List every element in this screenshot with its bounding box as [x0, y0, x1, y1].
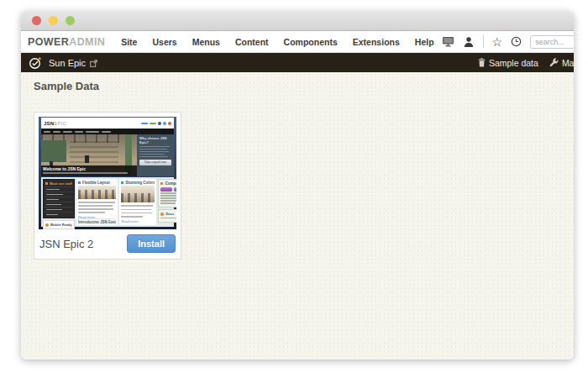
monitor-icon[interactable]	[442, 36, 454, 47]
desktop: POWERADMIN Site Users Menus Content Comp…	[0, 0, 588, 378]
thumb-tour-button: Take a quick tour	[139, 160, 171, 165]
thumb-hero: Welcome to JSN Epic Why choose JSN Epic?…	[41, 134, 174, 176]
thumb-menu-box: Must see stuff	[43, 179, 75, 218]
site-toolbar: Sun Epic Sample data Maintenance	[21, 53, 574, 72]
thumb-flexible-column: Flexible Layout Read more... Introducing…	[76, 179, 118, 225]
page-title: Sample Data	[34, 80, 561, 92]
thumb-colors-title: Stunning Colors	[125, 181, 155, 185]
compat-badge-purple	[160, 187, 172, 192]
thumb-menu-title: Must see stuff	[50, 181, 72, 186]
maintenance-button[interactable]: Maintenance	[549, 58, 574, 68]
thumb-left-column: Must see stuff Mob	[43, 179, 75, 225]
compat-badge-blue	[174, 187, 176, 192]
thumb-logo: JSNEPIC	[44, 121, 66, 126]
search-input[interactable]	[530, 35, 574, 49]
menu-site[interactable]: Site	[113, 37, 144, 47]
thumb-side-panel: Why choose JSN Epic? Take a quick tour	[137, 134, 174, 176]
thumb-docs-panel: Docs	[158, 209, 176, 223]
thumb-logo-bold: JSN	[44, 121, 54, 126]
app-window: POWERADMIN Site Users Menus Content Comp…	[21, 11, 574, 360]
content-area: Sample Data JSNEPIC	[21, 72, 574, 360]
sample-data-button[interactable]: Sample data	[478, 58, 538, 68]
close-window-button[interactable]	[32, 16, 41, 25]
user-icon[interactable]	[463, 36, 475, 48]
external-link-icon[interactable]	[90, 55, 97, 71]
trash-icon	[478, 58, 486, 67]
admin-menubar: POWERADMIN Site Users Menus Content Comp…	[21, 31, 574, 53]
facebook-icon	[158, 122, 161, 125]
thumb-header: JSNEPIC	[41, 118, 174, 129]
star-icon[interactable]: ☆	[492, 36, 503, 48]
menu-components[interactable]: Components	[276, 37, 345, 47]
site-name[interactable]: Sun Epic	[49, 58, 86, 68]
thumb-compat-panel: Compatibility	[158, 179, 176, 207]
thumb-hero-title: Welcome to JSN Epic	[43, 166, 135, 171]
twitter-icon	[163, 122, 166, 125]
thumb-mobile-label: Mobile Ready	[50, 223, 72, 227]
sample-data-card: JSNEPIC	[34, 112, 181, 260]
template-thumbnail: JSNEPIC	[39, 117, 176, 229]
card-footer: JSN Epic 2 Install	[39, 229, 176, 255]
window-titlebar	[21, 11, 574, 31]
thumb-people-photo	[78, 186, 117, 199]
thumb-intro-title: Introducing JSN Epic	[78, 218, 117, 223]
menu-content[interactable]: Content	[228, 37, 276, 47]
maintenance-label: Maintenance	[562, 58, 574, 68]
menu-extensions[interactable]: Extensions	[345, 37, 407, 47]
thumb-docs-title: Docs	[165, 212, 174, 216]
thumb-flexible-title: Flexible Layout	[82, 181, 110, 185]
thumb-side-title: Why choose JSN Epic?	[139, 136, 171, 144]
wrench-icon	[549, 58, 559, 67]
thumb-readmore-link: Read more...	[121, 219, 155, 223]
menu-menus[interactable]: Menus	[185, 37, 228, 47]
thumb-people-photo	[121, 186, 155, 202]
logo-primary: POWER	[28, 36, 69, 48]
menubar-divider	[483, 35, 484, 48]
menubar-right: ☆	[442, 35, 574, 49]
thumb-link-mark	[150, 123, 156, 124]
zoom-window-button[interactable]	[66, 16, 75, 25]
thumb-compat-title: Compatibility	[165, 181, 176, 186]
thumb-right-column: Compatibility Docs	[158, 179, 176, 225]
thumb-body: Must see stuff Mob	[41, 177, 174, 227]
poweradmin-logo: POWERADMIN	[28, 36, 105, 48]
thumb-logo-light: EPIC	[54, 121, 66, 126]
toolbar-actions: Sample data Maintenance	[478, 58, 574, 68]
main-nav: Site Users Menus Content Components Exte…	[113, 37, 441, 47]
install-button[interactable]: Install	[127, 234, 176, 253]
thumb-link-mark	[141, 123, 148, 124]
menu-users[interactable]: Users	[144, 37, 184, 47]
logo-secondary: ADMIN	[69, 36, 105, 48]
minimize-window-button[interactable]	[49, 16, 58, 25]
rss-icon	[168, 122, 171, 125]
thumb-navbar	[41, 129, 174, 134]
thumb-hero-caption: Welcome to JSN Epic	[41, 165, 137, 176]
thumb-header-links	[141, 122, 171, 125]
sample-data-label: Sample data	[489, 58, 538, 68]
thumb-colors-column: Stunning Colors Read more...	[119, 179, 156, 225]
site-logo-icon	[29, 56, 43, 70]
menu-help[interactable]: Help	[407, 37, 442, 47]
template-name: JSN Epic 2	[39, 238, 93, 250]
clock-icon[interactable]	[511, 36, 522, 47]
thumb-mobile-ready: Mobile Ready	[43, 220, 75, 229]
